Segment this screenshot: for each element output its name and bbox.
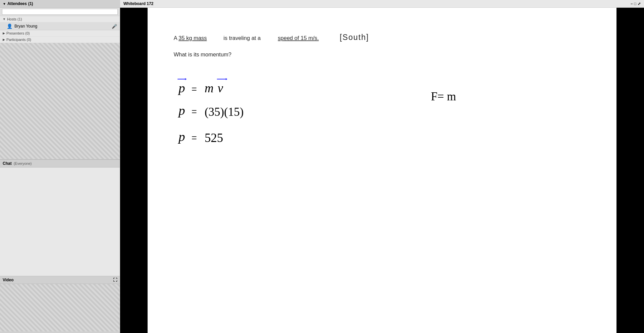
participants-header[interactable]: ▶ Participants (0)	[0, 37, 120, 43]
chat-messages-area[interactable]	[0, 168, 120, 276]
mic-icon: 🎤	[112, 24, 117, 29]
svg-text:525: 525	[205, 131, 223, 145]
svg-text:is traveling at a: is traveling at a	[223, 35, 261, 41]
titlebar-controls: – □ ⤢	[631, 2, 641, 6]
svg-text:=: =	[192, 84, 197, 94]
presenters-label: Presenters (0)	[6, 31, 30, 35]
search-input[interactable]	[2, 9, 118, 15]
chat-section: Chat (Everyone)	[0, 159, 120, 276]
whiteboard-canvas[interactable]: A 35 kg mass is traveling at a speed of …	[148, 8, 616, 333]
video-label: Video	[3, 278, 13, 282]
hosts-header[interactable]: ▼ Hosts (1)	[0, 16, 120, 22]
video-section-header: Video ⛶	[0, 276, 120, 284]
video-content	[0, 284, 120, 331]
whiteboard-titlebar: Whiteboard 172 – □ ⤢	[120, 0, 644, 8]
user-icon: 👤	[7, 23, 12, 29]
host-name: Bryan Young	[14, 24, 110, 29]
main-area: Whiteboard 172 – □ ⤢ A 35 kg mass is tra…	[120, 0, 644, 333]
participants-arrow-icon: ▶	[3, 38, 5, 41]
right-black-bar	[630, 8, 644, 333]
svg-text:=: =	[192, 106, 197, 117]
svg-text:m: m	[205, 81, 214, 95]
whiteboard-wrapper: A 35 kg mass is traveling at a speed of …	[120, 8, 644, 333]
attendees-header[interactable]: ▼ Attendees (1)	[0, 0, 120, 8]
video-section: Video ⛶	[0, 276, 120, 333]
left-panel: ▼ Attendees (1) ▼ Hosts (1) 👤 Bryan Youn…	[0, 0, 120, 333]
attendees-count: (1)	[28, 1, 33, 6]
search-bar-container	[0, 8, 120, 16]
expand-video-icon[interactable]: ⛶	[113, 278, 117, 282]
svg-text:A: A	[174, 35, 177, 41]
svg-marker-8	[185, 78, 187, 80]
svg-text:35 kg mass: 35 kg mass	[178, 35, 207, 41]
chat-label: Chat	[3, 161, 12, 166]
attendee-video-feed	[0, 43, 120, 159]
svg-text:(35)(15): (35)(15)	[205, 105, 244, 118]
left-black-bar	[120, 8, 134, 333]
participants-label: Participants (0)	[6, 38, 31, 42]
attendees-arrow-icon: ▼	[3, 2, 6, 6]
svg-text:[South]: [South]	[340, 33, 369, 42]
svg-text:p: p	[177, 103, 185, 117]
svg-text:F= m: F= m	[431, 90, 456, 103]
presenters-arrow-icon: ▶	[3, 32, 5, 35]
resize-icon[interactable]: ⤢	[638, 2, 641, 6]
attendees-label: Attendees	[7, 1, 27, 6]
svg-marker-13	[226, 78, 227, 80]
hosts-arrow-icon: ▼	[3, 17, 6, 21]
svg-text:p: p	[177, 80, 185, 95]
svg-text:=: =	[192, 133, 197, 143]
svg-text:speed of 15 m/s.: speed of 15 m/s.	[278, 35, 319, 41]
maximize-icon[interactable]: □	[634, 2, 636, 6]
whiteboard-title: Whiteboard 172	[123, 1, 153, 6]
chat-audience: (Everyone)	[14, 161, 32, 165]
chat-header: Chat (Everyone)	[0, 160, 120, 168]
hosts-label: Hosts (1)	[7, 17, 22, 21]
svg-text:What is its momentum?: What is its momentum?	[174, 51, 231, 57]
svg-text:p: p	[177, 129, 185, 144]
host-item-bryan: 👤 Bryan Young 🎤	[0, 22, 120, 30]
minimize-icon[interactable]: –	[631, 2, 633, 6]
svg-text:v: v	[218, 81, 223, 95]
presenters-header[interactable]: ▶ Presenters (0)	[0, 30, 120, 37]
hosts-group: ▼ Hosts (1) 👤 Bryan Young 🎤	[0, 16, 120, 30]
